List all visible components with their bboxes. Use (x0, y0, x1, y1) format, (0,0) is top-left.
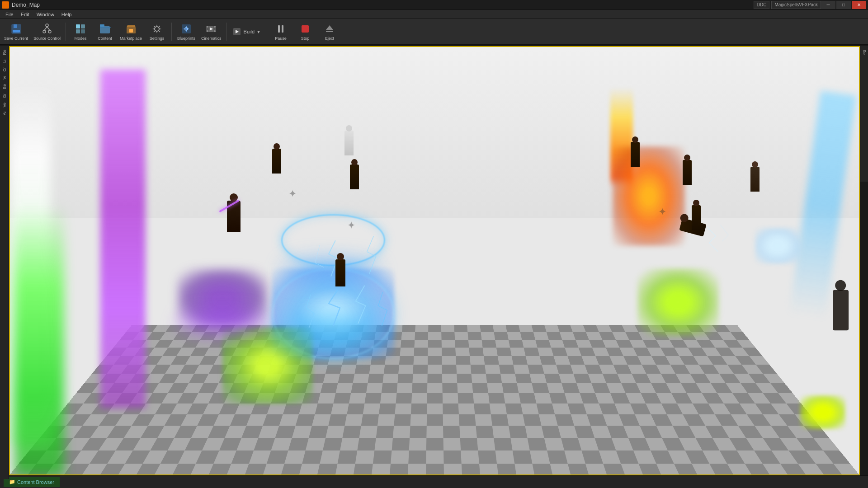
cinematics-icon (205, 23, 217, 35)
ice-beam-vfx (789, 91, 857, 319)
modes-icon (74, 23, 87, 35)
left-tab-ai[interactable]: Ai (1, 110, 8, 117)
stop-icon (299, 23, 311, 35)
shadow-mark-2: ✦ (344, 219, 358, 232)
folder-icon: 📁 (9, 479, 15, 485)
white-beam-vfx (10, 83, 51, 445)
blue-lightning-circle-vfx (281, 214, 385, 266)
menu-item-window[interactable]: Window (33, 11, 58, 18)
build-button[interactable]: Build ▼ (230, 20, 263, 43)
minimize-button[interactable]: ─ (821, 1, 835, 9)
svg-rect-15 (129, 29, 133, 33)
svg-rect-10 (76, 29, 80, 33)
settings-icon (151, 23, 163, 35)
svg-point-22 (207, 26, 208, 28)
svg-rect-11 (81, 29, 85, 33)
toolbar-sep-2 (171, 23, 172, 41)
svg-rect-32 (302, 25, 309, 33)
character-4 (350, 164, 359, 189)
svg-point-36 (835, 280, 846, 291)
statusbar: 📁 Content Browser (0, 475, 868, 488)
close-button[interactable]: ✕ (852, 1, 866, 9)
left-tab-be[interactable]: Be (1, 82, 8, 91)
svg-rect-1 (14, 24, 17, 28)
shadow-mark-1: ✦ (286, 187, 299, 201)
stop-button[interactable]: Stop (293, 20, 317, 43)
blueprints-icon (180, 23, 193, 35)
svg-rect-30 (278, 25, 280, 33)
character-5 (631, 142, 640, 167)
modes-button[interactable]: Modes (69, 20, 92, 43)
right-tab-se[interactable]: Se (861, 48, 868, 56)
character-1 (227, 201, 241, 232)
menubar: FileEditWindowHelp (0, 10, 868, 19)
marketplace-button[interactable]: Marketplace (118, 20, 144, 43)
fire-explosion-vfx (613, 146, 685, 246)
right-panel: Se (860, 46, 868, 182)
character-6 (683, 160, 692, 185)
content-button[interactable]: Content (93, 20, 117, 43)
left-tab-cr[interactable]: Cr (1, 66, 8, 74)
character-2 (344, 131, 354, 155)
svg-rect-31 (282, 25, 283, 33)
left-tab-ve[interactable]: Ve (1, 101, 8, 109)
sky-background (10, 47, 859, 218)
svg-point-25 (214, 30, 216, 32)
blueprints-button[interactable]: Blueprints (175, 20, 198, 43)
window-title: Demo_Map (12, 2, 752, 8)
svg-rect-8 (76, 24, 80, 28)
toolbar-sep-1 (66, 23, 66, 41)
source-control-button[interactable]: Source Control (31, 20, 63, 43)
character-7 (750, 167, 760, 192)
save-current-button[interactable]: Save Current (2, 20, 30, 43)
svg-line-7 (47, 27, 50, 30)
menu-item-edit[interactable]: Edit (17, 11, 33, 18)
menu-item-file[interactable]: File (2, 11, 17, 18)
settings-button[interactable]: Settings (145, 20, 169, 43)
save-icon (10, 23, 23, 35)
checker-floor (9, 325, 860, 475)
left-tab-vi[interactable]: Vi (1, 74, 8, 81)
menu-item-help[interactable]: Help (58, 11, 75, 18)
eject-button[interactable]: Eject (318, 20, 341, 43)
pause-icon (274, 23, 287, 35)
maximize-button[interactable]: □ (836, 1, 851, 9)
svg-rect-12 (100, 26, 110, 33)
shadow-mark-3: ✦ (656, 205, 669, 219)
svg-marker-33 (326, 25, 333, 30)
blue-floor-glow-1 (277, 250, 385, 291)
left-tab-re[interactable]: Re (1, 48, 8, 57)
marketplace-icon (125, 23, 137, 35)
left-panel: Re Li Cr Vi Be Gr Ve Ai (0, 46, 9, 479)
svg-point-4 (43, 30, 46, 33)
svg-point-3 (46, 24, 48, 27)
toolbar-sep-4 (266, 23, 266, 41)
toolbar-sep-3 (226, 23, 227, 41)
purple-smoke-vfx (177, 268, 268, 327)
character-10 (692, 205, 701, 230)
svg-rect-13 (100, 24, 104, 27)
svg-line-6 (44, 27, 47, 30)
ice-shards-vfx (755, 228, 800, 264)
character-8 (335, 259, 345, 286)
project-badge: MagicSpellsVFXPack (771, 1, 821, 9)
svg-rect-34 (326, 31, 333, 32)
viewport[interactable]: ✦ ✦ ✦ (9, 46, 860, 475)
content-icon (99, 23, 111, 35)
cinematics-button[interactable]: Cinematics (199, 20, 224, 43)
app-icon (2, 1, 9, 9)
character-3 (272, 149, 281, 174)
fire-column-vfx (610, 88, 633, 187)
pause-button[interactable]: Pause (269, 20, 292, 43)
content-browser-button[interactable]: 📁 Content Browser (4, 477, 60, 487)
svg-rect-9 (81, 24, 85, 28)
svg-point-24 (207, 30, 208, 32)
svg-point-5 (48, 30, 51, 33)
left-tab-li[interactable]: Li (1, 58, 8, 65)
window-controls: ─ □ ✕ (821, 1, 866, 9)
toolbar: Save Current Source Control Modes (0, 19, 868, 45)
build-icon (232, 27, 242, 37)
left-tab-gr[interactable]: Gr (1, 92, 8, 100)
titlebar: Demo_Map DDC MagicSpellsVFXPack ─ □ ✕ (0, 0, 868, 10)
eject-icon (323, 23, 336, 35)
